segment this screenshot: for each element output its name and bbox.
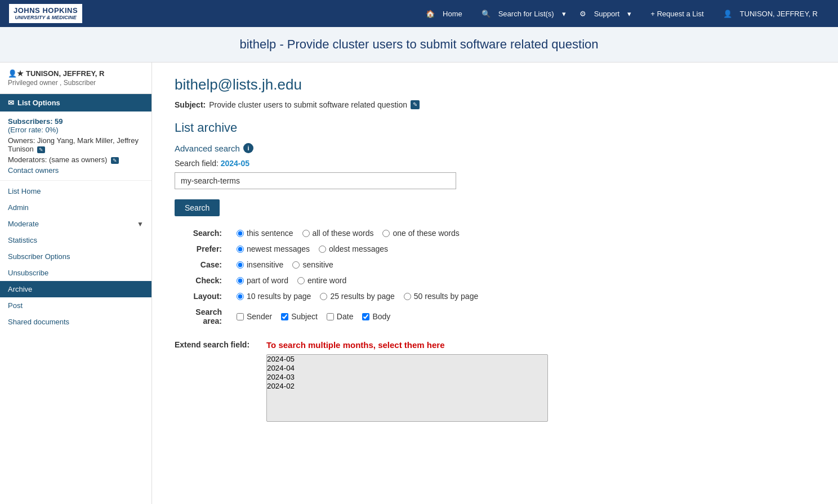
layout-10-option[interactable]: 10 results by page [237,292,311,301]
month-option-2024-02[interactable]: 2024-02 [267,382,547,391]
subject-line: Subject: Provide cluster users to submit… [175,100,815,109]
check-part-word-option[interactable]: part of word [237,276,288,285]
layout-label: Layout: [175,288,231,304]
sidebar-nav: List Home Admin Moderate ▼ Statistics Su… [0,181,151,332]
home-link[interactable]: 🏠 Home [420,5,474,23]
support-link[interactable]: ⚙ Support ▾ [574,5,638,23]
prefer-newest-option[interactable]: newest messages [237,244,310,253]
page-header: bithelp - Provide cluster users to submi… [0,27,838,63]
layout-radio-group: 10 results by page 25 results by page 50… [237,292,810,301]
layout-50-option[interactable]: 50 results by page [404,292,478,301]
case-label: Case: [175,257,231,273]
check-radio-group: part of word entire word [237,276,810,285]
logo-area: JOHNS HOPKINS UNIVERSITY & MEDICINE [9,4,82,23]
page-title: bithelp - Provide cluster users to submi… [11,37,827,52]
user-icon: 👤★ [8,69,24,78]
check-entire-word-option[interactable]: entire word [297,276,346,285]
list-email: bithelp@lists.jh.edu [175,76,815,93]
sidebar-item-moderate[interactable]: Moderate ▼ [0,216,151,232]
search-options-table: Search: this sentence all of these words [175,225,815,329]
sidebar-item-list-home[interactable]: List Home [0,183,151,199]
edit-owners-icon[interactable]: ✎ [37,146,45,153]
envelope-icon: ✉ [8,99,14,107]
case-row: Case: insensitive sensitive [175,257,815,273]
search-input[interactable] [175,172,456,189]
search-field-value: 2024-05 [221,159,249,168]
logo-name: JOHNS HOPKINS [14,6,78,15]
check-row: Check: part of word entire word [175,273,815,288]
nav-links: 🏠 Home 🔍 Search for List(s) ▾ ⚙ Support … [420,5,829,23]
top-navigation: JOHNS HOPKINS UNIVERSITY & MEDICINE 🏠 Ho… [0,0,838,27]
extend-search-section: Extend search field: To search multiple … [175,340,815,422]
user-name: 👤★ TUNISON, JEFFREY, R [8,69,144,78]
search-one-word-option[interactable]: one of these words [382,229,459,238]
sidebar-user-info: 👤★ TUNISON, JEFFREY, R Privileged owner … [0,63,151,94]
prefer-oldest-option[interactable]: oldest messages [319,244,388,253]
error-rate: (Error rate: 0%) [8,126,144,134]
sidebar-item-shared-documents[interactable]: Shared documents [0,314,151,330]
extend-label: Extend search field: [175,340,249,422]
jhu-logo: JOHNS HOPKINS UNIVERSITY & MEDICINE [9,4,82,23]
search-area-label: Search area: [175,304,231,329]
area-body-option[interactable]: Body [362,312,390,321]
month-option-2024-03[interactable]: 2024-03 [267,373,547,382]
user-link[interactable]: 👤 TUNISON, JEFFREY, R [717,5,829,23]
month-option-2024-04[interactable]: 2024-04 [267,364,547,373]
edit-moderators-icon[interactable]: ✎ [111,157,119,164]
extend-hint: To search multiple months, select them h… [266,340,815,350]
area-sender-option[interactable]: Sender [237,312,272,321]
case-insensitive-option[interactable]: insensitive [237,260,283,269]
case-radio-group: insensitive sensitive [237,260,810,269]
search-row: Search: this sentence all of these words [175,225,815,241]
sidebar-item-subscriber-options[interactable]: Subscriber Options [0,248,151,265]
extend-right: To search multiple months, select them h… [266,340,815,422]
case-sensitive-option[interactable]: sensitive [292,260,333,269]
search-sentence-option[interactable]: this sentence [237,229,293,238]
sidebar-item-statistics[interactable]: Statistics [0,232,151,248]
search-radio-group: this sentence all of these words one of … [237,229,810,238]
list-options-header: ✉ List Options [0,94,151,111]
contact-owners-link[interactable]: Contact owners [8,166,144,175]
check-label: Check: [175,273,231,288]
main-content: bithelp@lists.jh.edu Subject: Provide cl… [152,63,838,504]
search-field-label: Search field: 2024-05 [175,159,815,168]
sidebar-item-post[interactable]: Post [0,297,151,314]
logo-subtitle: UNIVERSITY & MEDICINE [14,15,78,21]
advanced-search-link[interactable]: Advanced search i [175,143,815,153]
prefer-row: Prefer: newest messages oldest messages [175,241,815,257]
request-list-link[interactable]: + Request a List [639,5,715,23]
month-listbox[interactable]: 2024-05 2024-04 2024-03 2024-02 [266,354,548,422]
moderate-dropdown-icon: ▼ [137,220,144,228]
info-icon: i [243,143,253,153]
sidebar: 👤★ TUNISON, JEFFREY, R Privileged owner … [0,63,152,504]
main-layout: 👤★ TUNISON, JEFFREY, R Privileged owner … [0,63,838,504]
search-input-row [175,172,815,189]
area-date-option[interactable]: Date [327,312,354,321]
user-role: Privileged owner , Subscriber [8,79,144,87]
list-archive-title: List archive [175,121,815,135]
moderators: Moderators: (same as owners) ✎ [8,155,144,164]
subject-prefix: Subject: [175,100,206,109]
sidebar-info: Subscribers: 59 (Error rate: 0%) Owners:… [0,111,151,181]
sidebar-item-admin[interactable]: Admin [0,199,151,216]
search-list-link[interactable]: 🔍 Search for List(s) ▾ [476,5,572,23]
subject-value: Provide cluster users to submit software… [209,100,407,109]
layout-row: Layout: 10 results by page 25 results by… [175,288,815,304]
prefer-label: Prefer: [175,241,231,257]
layout-25-option[interactable]: 25 results by page [320,292,394,301]
subscribers-count: Subscribers: 59 [8,117,144,126]
search-label: Search: [175,225,231,241]
owners-list: Owners: Jiong Yang, Mark Miller, Jeffrey… [8,136,144,153]
prefer-radio-group: newest messages oldest messages [237,244,810,253]
edit-subject-icon[interactable]: ✎ [411,100,420,109]
search-area-checkbox-group: Sender Subject Date Body [237,312,810,321]
month-option-2024-05[interactable]: 2024-05 [267,355,547,364]
search-button[interactable]: Search [175,199,220,216]
search-all-words-option[interactable]: all of these words [302,229,374,238]
search-area-row: Search area: Sender Subject [175,304,815,329]
area-subject-option[interactable]: Subject [281,312,318,321]
sidebar-item-archive[interactable]: Archive [0,281,151,297]
sidebar-item-unsubscribe[interactable]: Unsubscribe [0,265,151,281]
